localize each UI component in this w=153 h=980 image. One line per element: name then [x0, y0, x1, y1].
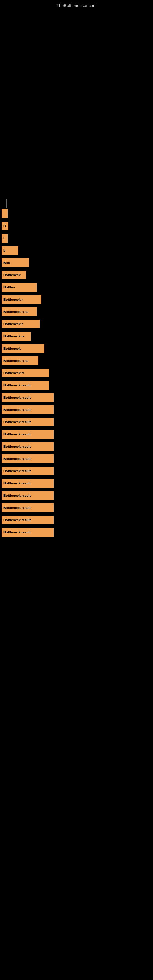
- bar-label: Bottleneck result: [3, 530, 30, 534]
- bar-row: Bottleneck result: [0, 380, 153, 391]
- bar-row: Bottleneck re: [0, 331, 153, 342]
- bar-label: Bottleneck result: [3, 396, 30, 399]
- bar-label: Bottleneck: [3, 347, 21, 350]
- bar-row: Bottleneck: [0, 343, 153, 354]
- vertical-line: [6, 199, 7, 208]
- bar-item: Bottleneck result: [2, 442, 54, 451]
- bar-label: Bottleneck result: [3, 518, 30, 522]
- bar-label: Bottlen: [3, 285, 15, 289]
- bar-label: Bottleneck result: [3, 408, 30, 412]
- bar-item: Bottleneck result: [2, 406, 54, 414]
- bar-label: Bottleneck result: [3, 481, 30, 485]
- site-title-text: TheBottlenecker.com: [0, 0, 153, 10]
- bar-row: Bottleneck result: [0, 527, 153, 538]
- bar-row: Bottleneck result: [0, 514, 153, 525]
- bar-item: Bottleneck r: [2, 295, 41, 304]
- bar-item: Bott: [2, 258, 29, 267]
- bar-label: Bottleneck result: [3, 445, 30, 449]
- bar-row: Bottleneck result: [0, 392, 153, 403]
- bar-item: Bottleneck resu: [2, 356, 38, 365]
- bar-label: Bottleneck r: [3, 298, 23, 301]
- bar-row: Bottleneck r: [0, 318, 153, 329]
- bar-label: Bottleneck r: [3, 322, 23, 326]
- bar-label: Bottleneck result: [3, 383, 30, 387]
- bar-item: Bottleneck result: [2, 455, 54, 463]
- bar-row: Bottlen: [0, 282, 153, 293]
- bar-label: Bottleneck result: [3, 433, 30, 436]
- bar-item: Bottleneck result: [2, 467, 54, 475]
- bar-label: Bottleneck re: [3, 371, 25, 375]
- bar-row: Bottleneck result: [0, 429, 153, 440]
- bar-row: Bottleneck re: [0, 368, 153, 379]
- bars-container: BIbBottBottleneckBottlenBottleneck rBott…: [0, 208, 153, 539]
- bar-item: Bottleneck: [2, 344, 45, 353]
- bar-label: Bottleneck result: [3, 494, 30, 497]
- bar-row: Bottleneck resu: [0, 306, 153, 317]
- bar-row: Bottleneck result: [0, 490, 153, 501]
- bar-item: Bottleneck re: [2, 332, 30, 340]
- bar-item: Bottleneck result: [2, 491, 54, 500]
- bar-item: Bottleneck resu: [2, 307, 37, 316]
- bar-label: Bottleneck resu: [3, 310, 29, 313]
- bar-label: b: [3, 249, 5, 252]
- bar-label: Bottleneck: [3, 273, 21, 277]
- bar-label: Bottleneck result: [3, 420, 30, 424]
- bar-label: Bottleneck result: [3, 457, 30, 461]
- bar-label: Bott: [3, 261, 10, 265]
- bar-item: Bottleneck result: [2, 418, 54, 426]
- bar-row: Bottleneck result: [0, 466, 153, 477]
- bar-label: Bottleneck result: [3, 469, 30, 473]
- bar-row: Bottleneck result: [0, 441, 153, 452]
- bar-label: Bottleneck result: [3, 506, 30, 510]
- bar-item: Bottleneck result: [2, 393, 54, 402]
- bar-row: b: [0, 245, 153, 256]
- bar-item: Bottleneck result: [2, 503, 54, 512]
- bar-row: Bott: [0, 257, 153, 268]
- bar-row: Bottleneck result: [0, 478, 153, 489]
- bar-item: Bottleneck result: [2, 479, 54, 488]
- bar-item: Bottleneck result: [2, 430, 54, 439]
- bar-item: Bottleneck r: [2, 320, 40, 328]
- bar-row: Bottleneck result: [0, 417, 153, 428]
- bar-row: Bottleneck result: [0, 453, 153, 464]
- bar-item: Bottleneck result: [2, 381, 49, 390]
- bar-item: B: [2, 222, 8, 230]
- bar-item: Bottleneck result: [2, 528, 54, 536]
- bar-item: Bottleneck re: [2, 369, 49, 377]
- chart-area: [0, 10, 153, 194]
- bar-item: b: [2, 246, 18, 255]
- bar-row: Bottleneck: [0, 269, 153, 280]
- bar-row: Bottleneck resu: [0, 355, 153, 366]
- bar-label: Bottleneck resu: [3, 359, 29, 363]
- bar-item: Bottlen: [2, 283, 37, 291]
- bar-item: Bottleneck: [2, 271, 26, 279]
- bar-item: [2, 210, 8, 218]
- bar-item: Bottleneck result: [2, 516, 54, 524]
- bar-row: Bottleneck result: [0, 502, 153, 513]
- bar-row: I: [0, 233, 153, 244]
- bar-label: Bottleneck re: [3, 334, 25, 338]
- bar-label: B: [3, 224, 6, 228]
- bar-label: I: [3, 236, 4, 240]
- bar-row: Bottleneck r: [0, 294, 153, 305]
- bar-row: [0, 208, 153, 219]
- bar-row: B: [0, 221, 153, 232]
- bar-row: Bottleneck result: [0, 404, 153, 415]
- bar-item: I: [2, 234, 8, 243]
